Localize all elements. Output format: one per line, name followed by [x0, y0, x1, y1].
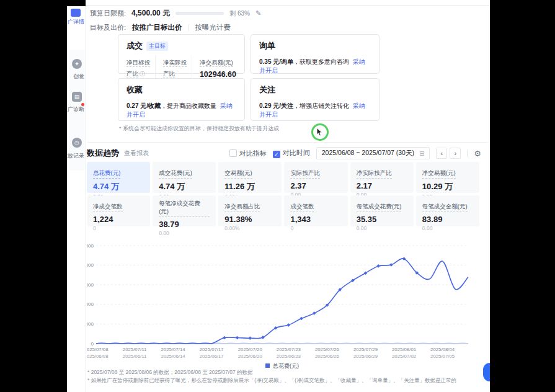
- svg-text:2025/06/20: 2025/06/20: [238, 354, 263, 359]
- svg-text:4,000: 4,000: [87, 262, 94, 268]
- metric-card-compare-value: 0: [290, 225, 341, 231]
- card-inquiry-title: 询单: [259, 40, 371, 51]
- metric-card[interactable]: 净交易额占比91.38%0.00%: [218, 195, 282, 226]
- creative-icon[interactable]: ✦: [72, 59, 82, 69]
- svg-text:2025/07/02: 2025/07/02: [392, 354, 416, 359]
- svg-text:2025/06/11: 2025/06/11: [123, 354, 146, 359]
- metric-card-compare-value: 0.00%: [224, 225, 275, 231]
- next-period-button[interactable]: ›: [450, 148, 461, 159]
- goal-label: 目标及出价:: [90, 23, 126, 32]
- svg-text:2025/08/01: 2025/08/01: [392, 347, 416, 352]
- metric-card[interactable]: 每笔成交金额(元)83.890.00: [416, 195, 479, 226]
- metric-card[interactable]: 成交笔数1,3430: [284, 195, 347, 226]
- metric-card-label: 总花费(元): [93, 169, 120, 179]
- settings-gear-icon[interactable]: ⚙: [474, 149, 481, 158]
- sidebar-item-creative[interactable]: 创意: [67, 73, 84, 81]
- metric-card[interactable]: 每笔净成交花费(元)38.790.00: [153, 195, 216, 226]
- metric-card[interactable]: 总花费(元)4.74 万0.00: [87, 162, 150, 193]
- metric-card-label: 净实际投产比: [357, 169, 392, 179]
- date-range-picker[interactable]: 2025/06/08 ~ 2025/07/07 (30天) ⊞: [316, 147, 430, 159]
- compare-metric-option[interactable]: 对比指标: [229, 149, 267, 158]
- card-favorite-desc: 0.27 元/收藏，提升商品收藏数量采纳并开启: [127, 102, 236, 119]
- svg-text:2025/07/29: 2025/07/29: [353, 347, 378, 352]
- promotion-detail-icon[interactable]: [71, 9, 81, 17]
- calendar-icon: ⊞: [419, 150, 424, 157]
- sidebar-item-promotion-detail[interactable]: 推广详情: [67, 18, 84, 26]
- goal-cards: 成交 主目标 净目标投产比ⓘ 2.45 ✎ 净实际投产比 2.17 净交易额(元…: [118, 34, 380, 121]
- budget-label: 预算日限额:: [90, 9, 126, 18]
- svg-text:2025/06/23: 2025/06/23: [277, 354, 301, 359]
- card-favorite-title: 收藏: [127, 84, 236, 96]
- metric-card[interactable]: 净实际投产比2.170.00: [350, 162, 414, 193]
- svg-text:2025/07/11: 2025/07/11: [123, 347, 146, 352]
- metric-card[interactable]: 净交易额(元)10.29 万0.00: [416, 162, 479, 193]
- svg-text:2025/07/17: 2025/07/17: [200, 347, 224, 352]
- tab-bid-by-impression[interactable]: 按曝光计费: [195, 23, 231, 32]
- metric-card[interactable]: 实际投产比2.370.00: [284, 162, 347, 193]
- metric-card-value: 83.89: [422, 215, 473, 224]
- metric-card[interactable]: 成交花费(元)4.74 万0.00: [153, 162, 216, 193]
- metric-card-value: 91.38%: [224, 215, 275, 224]
- svg-text:2025/08/04: 2025/08/04: [430, 347, 455, 352]
- metric-card-label: 每笔净成交花费(元): [159, 200, 210, 217]
- trends-title-group: 数据趋势 查看报表: [87, 148, 149, 159]
- tab-separator: [189, 24, 189, 31]
- card-deal-header: 成交 主目标: [127, 40, 236, 51]
- metric-card-value: 1,224: [93, 215, 144, 224]
- budget-edit-icon[interactable]: ✎: [255, 9, 261, 17]
- compare-time-checkbox[interactable]: ✓: [273, 151, 280, 158]
- card-follow-desc: 0.29 元/关注，增强店铺关注转化采纳并开启: [259, 102, 371, 119]
- metric-card[interactable]: 交易额(元)11.26 万0.00: [218, 162, 282, 193]
- card-favorite: 收藏 0.27 元/收藏，提升商品收藏数量采纳并开启: [118, 78, 245, 121]
- metric-label: 净目标投产比: [127, 59, 150, 78]
- diagnosis-icon[interactable]: ▤: [72, 92, 82, 102]
- trends-title: 数据趋势: [87, 148, 119, 159]
- metric-card-label: 净交易额(元): [422, 169, 456, 179]
- card-deal-title: 成交: [127, 40, 143, 51]
- compare-metric-checkbox[interactable]: [229, 149, 237, 157]
- budget-progress-bar: [175, 12, 224, 15]
- metric-label: 净实际投产比: [163, 59, 187, 78]
- svg-text:2025/06/14: 2025/06/14: [161, 354, 186, 359]
- svg-text:2025/07/05: 2025/07/05: [430, 354, 455, 359]
- sidebar-item-records[interactable]: 投放记录: [67, 152, 84, 160]
- svg-text:2025/06/29: 2025/06/29: [353, 354, 378, 359]
- metric-card-value: 35.35: [357, 215, 407, 224]
- svg-text:1,000: 1,000: [87, 321, 94, 327]
- metric-value: 102946.60: [200, 70, 236, 79]
- floating-side-button[interactable]: [483, 363, 490, 381]
- metric-card-value: 4.74 万: [93, 181, 144, 192]
- metric-label: 净交易额(元): [200, 59, 233, 67]
- trends-controls: 对比指标 ✓对比时间 2025/06/08 ~ 2025/07/07 (30天)…: [229, 147, 481, 159]
- metric-card-value: 38.79: [159, 220, 210, 229]
- metric-card-label: 净交易额占比: [224, 203, 260, 212]
- svg-text:5,000: 5,000: [87, 243, 94, 249]
- svg-text:2025/07/20: 2025/07/20: [238, 347, 263, 352]
- svg-text:2025/07/26: 2025/07/26: [315, 347, 339, 352]
- svg-text:2025/06/26: 2025/06/26: [315, 354, 339, 359]
- info-icon[interactable]: ⓘ: [140, 71, 145, 77]
- svg-text:3,000: 3,000: [87, 282, 94, 288]
- metric-card[interactable]: 每笔成交花费(元)35.350.00: [350, 195, 414, 226]
- corner-notch: [67, 0, 86, 6]
- svg-text:2025/07/14: 2025/07/14: [161, 347, 186, 352]
- metric-card-label: 每笔成交金额(元): [422, 203, 468, 212]
- card-follow-title: 关注: [259, 84, 371, 96]
- view-report-link[interactable]: 查看报表: [124, 149, 149, 158]
- prev-period-button[interactable]: ‹: [436, 148, 447, 159]
- metric-card[interactable]: 净成交笔数1,2240: [87, 195, 150, 226]
- mouse-cursor-icon: [316, 128, 323, 136]
- period-nav: ‹ ›: [436, 148, 461, 159]
- card-follow: 关注 0.29 元/关注，增强店铺关注转化采纳并开启: [251, 78, 380, 121]
- sidebar-item-diagnosis[interactable]: 推广诊断: [67, 105, 84, 114]
- metric-card-value: 4.74 万: [159, 181, 210, 192]
- metric-card-value: 2.17: [357, 181, 407, 190]
- tab-bid-by-goal[interactable]: 按推广目标出价: [132, 23, 182, 32]
- daily-budget-row: 预算日限额: 4,500.00 元 剩 63% ✎: [90, 8, 261, 19]
- compare-time-option[interactable]: ✓对比时间: [273, 148, 310, 158]
- records-icon[interactable]: ◷: [72, 138, 82, 148]
- trend-chart[interactable]: 01,0002,0003,0004,0005,0002025/07/082025…: [87, 233, 479, 360]
- top-divider: [86, 5, 490, 6]
- metric-card-label: 成交笔数: [290, 203, 314, 212]
- legend-label: 总花费(元): [273, 363, 299, 369]
